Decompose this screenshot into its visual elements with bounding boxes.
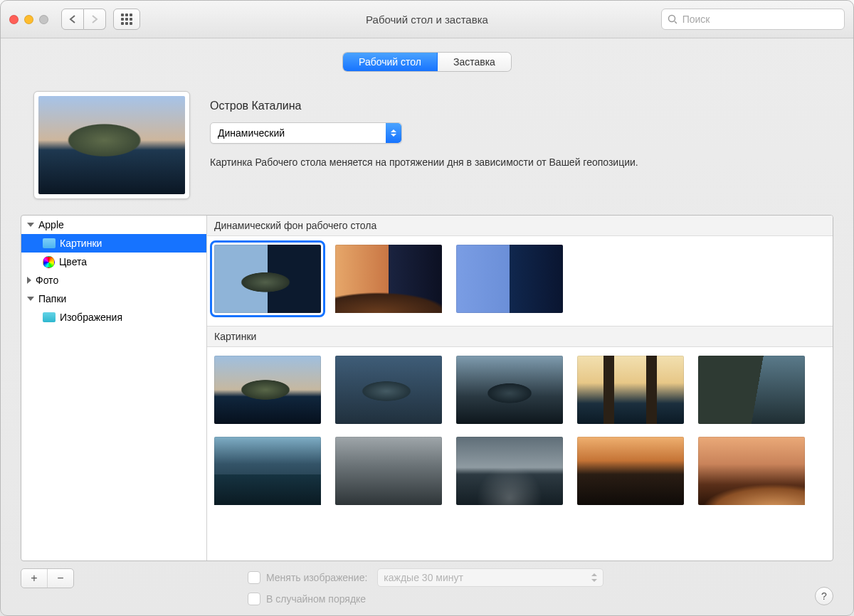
wallpaper-browser: Apple Картинки Цвета Фото Папки	[21, 215, 833, 561]
section-header-dynamic: Динамический фон рабочего стола	[207, 216, 833, 236]
colorwheel-icon	[43, 256, 55, 268]
change-picture-checkbox[interactable]	[248, 571, 260, 584]
wallpaper-thumb[interactable]	[335, 356, 442, 424]
random-order-label: В случайном порядке	[266, 593, 366, 605]
search-icon	[668, 14, 677, 24]
wallpaper-thumb[interactable]	[335, 245, 442, 313]
wallpaper-thumb[interactable]	[456, 245, 563, 313]
wallpaper-thumb[interactable]	[577, 356, 684, 424]
change-interval-value: каждые 30 минут	[384, 572, 463, 583]
current-wallpaper-row: Остров Каталина Динамический Картинка Ра…	[21, 91, 833, 199]
wallpaper-preview-image	[38, 96, 185, 194]
wallpaper-thumb[interactable]	[577, 437, 684, 505]
sidebar-item-images-folder[interactable]: Изображения	[21, 308, 206, 326]
folder-icon	[43, 312, 56, 322]
prefs-window: Рабочий стол и заставка Рабочий стол Зас…	[0, 0, 854, 616]
sidebar-group-apple[interactable]: Apple	[21, 216, 206, 234]
sidebar-item-desktop-pictures[interactable]: Картинки	[21, 234, 206, 253]
select-stepper-icon	[591, 573, 597, 582]
change-picture-label: Менять изображение:	[266, 572, 367, 583]
random-order-checkbox[interactable]	[248, 593, 260, 605]
disclosure-triangle-icon	[27, 297, 34, 301]
wallpaper-thumb[interactable]	[214, 245, 321, 313]
wallpaper-thumb[interactable]	[456, 437, 563, 505]
wallpaper-preview	[33, 91, 190, 199]
show-all-button[interactable]	[113, 9, 140, 30]
wallpaper-gallery[interactable]: Динамический фон рабочего стола Картинки	[207, 216, 833, 561]
nav-back-forward	[61, 9, 106, 30]
close-window-button[interactable]	[9, 15, 19, 24]
remove-source-button[interactable]: −	[47, 569, 73, 588]
tab-desktop[interactable]: Рабочий стол	[343, 53, 437, 71]
disclosure-triangle-icon	[27, 223, 34, 227]
sidebar-label: Цвета	[59, 256, 87, 267]
svg-point-0	[669, 16, 675, 22]
select-stepper-icon	[386, 123, 401, 143]
folder-icon	[43, 238, 56, 248]
chevron-left-icon	[69, 15, 76, 23]
search-input[interactable]	[681, 13, 838, 26]
sidebar-label: Apple	[38, 219, 64, 230]
grid-icon	[121, 14, 132, 25]
sidebar-label: Изображения	[60, 312, 122, 323]
wallpaper-thumb[interactable]	[698, 437, 805, 505]
wallpaper-thumb[interactable]	[698, 356, 805, 424]
source-sidebar[interactable]: Apple Картинки Цвета Фото Папки	[21, 216, 207, 561]
titlebar: Рабочий стол и заставка	[1, 1, 853, 38]
zoom-window-button[interactable]	[39, 15, 48, 24]
wallpaper-thumb[interactable]	[335, 437, 442, 505]
add-remove-source: + −	[21, 568, 74, 588]
dynamic-mode-select[interactable]: Динамический	[210, 122, 402, 144]
change-interval-select[interactable]: каждые 30 минут	[377, 568, 603, 587]
tabbar: Рабочий стол Заставка	[21, 53, 833, 71]
sidebar-item-colors[interactable]: Цвета	[21, 253, 206, 271]
dynamic-mode-value: Динамический	[218, 127, 285, 139]
help-button[interactable]: ?	[815, 587, 833, 605]
chevron-right-icon	[91, 15, 98, 23]
search-field[interactable]	[661, 9, 845, 30]
dynamic-description: Картинка Рабочего стола меняется на прот…	[210, 156, 821, 168]
wallpaper-thumb[interactable]	[214, 356, 321, 424]
minimize-window-button[interactable]	[24, 15, 33, 24]
tab-screensaver[interactable]: Заставка	[437, 53, 511, 71]
traffic-lights	[9, 15, 48, 24]
wallpaper-name: Остров Каталина	[210, 100, 821, 112]
disclosure-triangle-icon	[27, 277, 31, 284]
wallpaper-thumb[interactable]	[456, 356, 563, 424]
sidebar-label: Фото	[36, 275, 58, 286]
add-source-button[interactable]: +	[21, 569, 47, 588]
forward-button[interactable]	[84, 9, 106, 30]
back-button[interactable]	[61, 9, 84, 30]
section-header-pictures: Картинки	[207, 326, 833, 347]
content: Рабочий стол Заставка Остров Каталина Ди…	[1, 38, 853, 615]
sidebar-group-photos[interactable]: Фото	[21, 271, 206, 290]
footer: + − Менять изображение: каждые 30 минут	[21, 568, 833, 605]
wallpaper-thumb[interactable]	[214, 437, 321, 505]
sidebar-group-folders[interactable]: Папки	[21, 290, 206, 308]
sidebar-label: Картинки	[60, 238, 102, 249]
sidebar-label: Папки	[38, 293, 66, 304]
svg-line-1	[675, 21, 677, 23]
